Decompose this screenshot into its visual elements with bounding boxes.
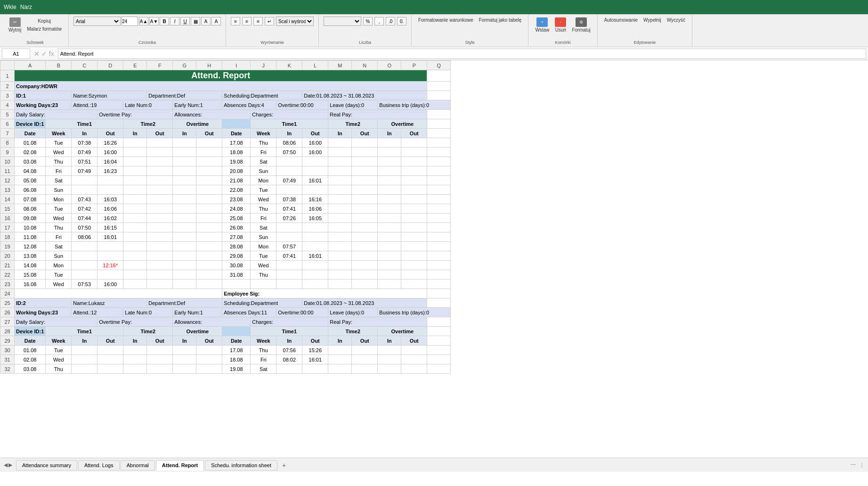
emp2-name-cell[interactable]: Name:Lukasz: [72, 298, 147, 308]
d2-l1-t2in[interactable]: [123, 346, 147, 355]
d1-r8-otin[interactable]: [378, 204, 401, 214]
d1-r4-out[interactable]: [302, 166, 328, 176]
d1-r1-t2out[interactable]: [352, 138, 378, 148]
clear-button[interactable]: Wyczyść: [665, 16, 687, 24]
d1-l5-t2in[interactable]: [123, 176, 147, 185]
d1-l7-otin[interactable]: [173, 195, 196, 204]
d1-l4-date[interactable]: 04.08: [15, 166, 46, 176]
font-family-select[interactable]: Arial: [73, 16, 121, 26]
d1-l6-otin[interactable]: [173, 185, 196, 195]
paste-button[interactable]: Malarz formatów: [25, 25, 64, 33]
d1-r1-t2in[interactable]: [328, 138, 352, 148]
d1-l5-out[interactable]: [97, 176, 123, 185]
d1-r15-t2in[interactable]: [328, 270, 352, 280]
d1-r15-t2out[interactable]: [352, 270, 378, 280]
d1-r10-out[interactable]: [302, 223, 328, 232]
d1-r8-otout[interactable]: [401, 204, 427, 214]
d1-r12-otout[interactable]: [401, 242, 427, 251]
d2-l2-date[interactable]: 02.08: [15, 355, 46, 364]
col-header-b[interactable]: B: [46, 61, 72, 70]
d1-r11-date[interactable]: 27.08: [222, 232, 251, 242]
d1-l9-otout[interactable]: [196, 214, 222, 223]
d1-r10-t2in[interactable]: [328, 223, 352, 232]
d2-l3-t2out[interactable]: [147, 364, 173, 374]
d1-r13-week[interactable]: Tue: [251, 251, 276, 261]
d1-l10-otin[interactable]: [173, 223, 196, 232]
d1-l13-otin[interactable]: [173, 251, 196, 261]
d1-r11-otin[interactable]: [378, 232, 401, 242]
emp1-charges-cell[interactable]: Charges:: [251, 110, 328, 119]
col-header-e[interactable]: E: [123, 61, 147, 70]
d1-r2-t2in[interactable]: [328, 148, 352, 157]
col-header-o[interactable]: O: [378, 61, 401, 70]
d1-r15-out[interactable]: [302, 270, 328, 280]
d1-r13-in[interactable]: 07:41: [276, 251, 302, 261]
d1-l10-out[interactable]: 16:15: [97, 223, 123, 232]
formula-input[interactable]: [58, 49, 866, 59]
d1-r12-otin[interactable]: [378, 242, 401, 251]
d1-r1-otin[interactable]: [378, 138, 401, 148]
d1-l15-t2out[interactable]: [147, 270, 173, 280]
d2-l2-otin[interactable]: [173, 355, 196, 364]
d1-l8-t2out[interactable]: [147, 204, 173, 214]
d1-l2-otin[interactable]: [173, 148, 196, 157]
col-header-a[interactable]: A: [15, 61, 46, 70]
d1-l15-out[interactable]: [97, 270, 123, 280]
d2-l1-otin[interactable]: [173, 346, 196, 355]
ribbon-tab-narz[interactable]: Narz: [20, 4, 32, 10]
d1-r13-out[interactable]: 16:01: [302, 251, 328, 261]
d1-l8-week[interactable]: Tue: [46, 204, 72, 214]
emp1-overtime-pay-cell[interactable]: Overtime Pay:: [97, 110, 173, 119]
d1-l11-otout[interactable]: [196, 232, 222, 242]
emp2-overtime-pay-cell[interactable]: Overtime Pay:: [97, 317, 173, 327]
d1-l14-out[interactable]: 12:16*: [97, 261, 123, 270]
emp2-attend-cell[interactable]: Attend.:12: [72, 308, 123, 317]
d1-l11-t2out[interactable]: [147, 232, 173, 242]
d1-l10-week[interactable]: Thu: [46, 223, 72, 232]
align-center-button[interactable]: ≡: [242, 17, 251, 25]
d1-r3-out[interactable]: [302, 157, 328, 166]
d1-l13-otout[interactable]: [196, 251, 222, 261]
d1-r4-date[interactable]: 20.08: [222, 166, 251, 176]
d1-l2-otout[interactable]: [196, 148, 222, 157]
d1-r3-otin[interactable]: [378, 157, 401, 166]
d1-r3-t2out[interactable]: [352, 157, 378, 166]
underline-button[interactable]: U: [180, 17, 190, 25]
d2-r2-out[interactable]: 16:01: [302, 355, 328, 364]
d1-r2-in[interactable]: 07:50: [276, 148, 302, 157]
d1-l1-t2out[interactable]: [147, 138, 173, 148]
d1-l15-otout[interactable]: [196, 270, 222, 280]
d1-r5-otout[interactable]: [401, 176, 427, 185]
d1-l11-otin[interactable]: [173, 232, 196, 242]
d2-r1-otin[interactable]: [378, 346, 401, 355]
emp1-sig-cell[interactable]: Employee Sig:: [222, 289, 427, 298]
emp2-dept-cell[interactable]: Department:Def: [147, 298, 222, 308]
tab-schedu-info[interactable]: Schedu. information sheet: [205, 460, 277, 470]
d1-l14-t2out[interactable]: [147, 261, 173, 270]
d1-l9-otin[interactable]: [173, 214, 196, 223]
d2-r1-otout[interactable]: [401, 346, 427, 355]
d1-r2-out[interactable]: 16:00: [302, 148, 328, 157]
italic-button[interactable]: I: [170, 17, 179, 25]
d2-r3-otin[interactable]: [378, 364, 401, 374]
emp2-id-cell[interactable]: ID:2: [15, 298, 72, 308]
d1-l11-t2in[interactable]: [123, 232, 147, 242]
d1-r14-date[interactable]: 30.08: [222, 261, 251, 270]
d1-r10-in[interactable]: [276, 223, 302, 232]
d1-r13-otin[interactable]: [378, 251, 401, 261]
d1-l10-otout[interactable]: [196, 223, 222, 232]
d1-l13-t2in[interactable]: [123, 251, 147, 261]
d1-r11-week[interactable]: Sun: [251, 232, 276, 242]
d2-l2-t2in[interactable]: [123, 355, 147, 364]
d1-l1-otout[interactable]: [196, 138, 222, 148]
d1-r5-date[interactable]: 21.08: [222, 176, 251, 185]
d2-r1-t2in[interactable]: [328, 346, 352, 355]
percent-button[interactable]: %: [363, 17, 373, 25]
d1-r7-in[interactable]: 07:38: [276, 195, 302, 204]
emp1-allowances-cell[interactable]: Allowances:: [173, 110, 251, 119]
d1-r16-t2in[interactable]: [328, 280, 352, 289]
d1-l12-t2out[interactable]: [147, 242, 173, 251]
d1-l16-date[interactable]: 16.08: [15, 280, 46, 289]
d1-r13-t2in[interactable]: [328, 251, 352, 261]
d1-l8-in[interactable]: 07:42: [72, 204, 97, 214]
